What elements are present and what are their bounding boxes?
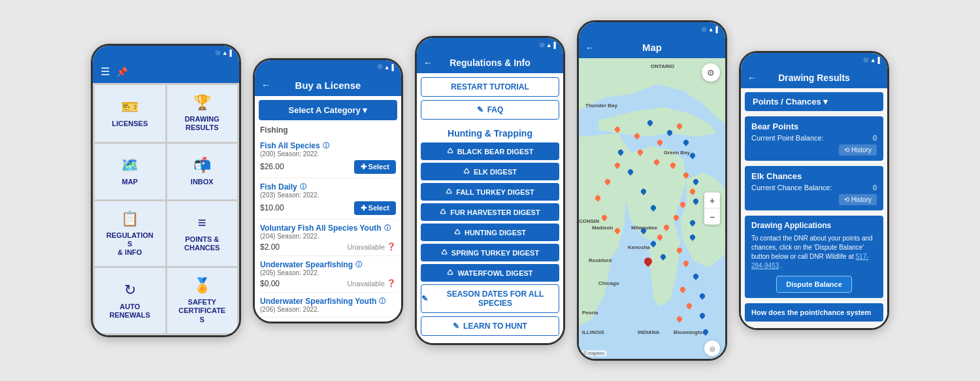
drawing-results-icon: 🏆	[193, 94, 211, 111]
drawing-results-label: DRAWINGRESULTS	[185, 115, 220, 132]
drawing-results-header: ← Drawing Results	[741, 67, 887, 88]
info-icon-2[interactable]: ⓘ	[384, 224, 391, 233]
fishing-section-label: Fishing	[259, 120, 397, 137]
phone-home: ⦾ ▲ ▌ ☰ 📌 🎫 LICENSES 🏆 DRAWINGRESULTS 🗺️…	[91, 44, 241, 337]
bear-points-title: Bear Points	[751, 122, 877, 131]
how-does-bar[interactable]: How does the point/chance system	[745, 303, 883, 322]
status-bar-3: ⦾ ▲ ▌	[417, 38, 563, 52]
back-button-5[interactable]: ←	[747, 73, 757, 83]
book-icon-0: ♺	[447, 147, 453, 156]
drawing-apps-text: To contact the DNR about your points and…	[751, 234, 877, 271]
battery-icon-2: ▌	[392, 64, 396, 71]
hamburger-icon[interactable]: ☰	[101, 65, 110, 78]
map-attribution: © mapbox	[581, 350, 606, 356]
map-view[interactable]: ONTARIO Green Bay Madison Milwaukee Keno…	[579, 58, 725, 359]
hunting-digest-button[interactable]: ♺ HUNTING DIGEST	[421, 224, 559, 241]
points-chances-dropdown[interactable]: Points / Chances ▾	[745, 92, 883, 111]
grid-item-drawing-results[interactable]: 🏆 DRAWINGRESULTS	[167, 85, 238, 141]
bear-history-button[interactable]: ⟲ History	[839, 144, 877, 156]
zoom-in-button[interactable]: +	[704, 193, 720, 208]
back-button-2[interactable]: ←	[261, 80, 270, 90]
home-header: ☰ 📌	[93, 60, 239, 83]
map-title: Map	[642, 42, 662, 53]
location-icon[interactable]: 📌	[116, 67, 127, 77]
wifi-icon: ⦾	[216, 50, 220, 57]
buy-license-title: Buy a License	[295, 80, 361, 91]
grid-item-regulations[interactable]: 📋 REGULATIONS& INFO	[95, 201, 165, 267]
select-category-button[interactable]: Select A Category ▾	[259, 100, 397, 120]
battery-icon: ▌	[230, 50, 234, 56]
regulations-header: ← Regulations & Info	[417, 52, 563, 73]
license-name-spearfishing: Underwater Spearfishing ⓘ	[260, 260, 396, 269]
battery-icon-5: ▌	[878, 57, 882, 63]
fall-turkey-digest-button[interactable]: ♺ FALL TURKEY DIGEST	[421, 183, 559, 201]
fur-harvester-digest-button[interactable]: ♺ FUR HARVESTER DIGEST	[421, 203, 559, 221]
learn-to-hunt-button[interactable]: ✎ LEARN TO HUNT	[421, 316, 559, 336]
license-season-0: (200) Season: 2022.	[260, 150, 396, 157]
drawing-results-title: Drawing Results	[778, 73, 850, 83]
bear-points-balance-row: Current Point Balance: 0	[751, 134, 877, 142]
spring-turkey-digest-button[interactable]: ♺ SPRING TURKEY DIGEST	[421, 244, 559, 261]
elk-history-button[interactable]: ⟲ History	[839, 194, 877, 205]
wifi-icon-3: ⦾	[540, 42, 544, 49]
license-price-0: $26.00	[260, 162, 284, 171]
license-name-voluntary: Voluntary Fish All Species Youth ⓘ	[260, 224, 396, 233]
regulations-title: Regulations & Info	[449, 58, 531, 68]
info-icon-3[interactable]: ⓘ	[355, 260, 362, 269]
home-grid: 🎫 LICENSES 🏆 DRAWINGRESULTS 🗺️ MAP 📬 INB…	[93, 83, 239, 335]
back-button-4[interactable]: ←	[585, 42, 595, 53]
dispute-balance-button[interactable]: Dispute Balance	[776, 276, 852, 293]
book-icon-5: ♺	[441, 248, 448, 257]
how-does-text: How does the point/chance system	[751, 308, 877, 316]
thunder-bay-label: Thunder Bay	[585, 103, 617, 108]
buy-license-header: ← Buy a License	[255, 75, 401, 96]
phone-buy-license: ⦾ ▲ ▌ ← Buy a License Select A Category …	[253, 58, 403, 323]
grid-item-map[interactable]: 🗺️ MAP	[95, 144, 165, 199]
hunting-trapping-title: Hunting & Trapping	[421, 123, 559, 142]
map-layers-button[interactable]: ◎	[704, 340, 720, 356]
book-icon-2: ♺	[446, 188, 452, 196]
book-icon-4: ♺	[454, 228, 461, 237]
grid-item-inbox[interactable]: 📬 INBOX	[167, 144, 238, 199]
signal-icon: ▲	[222, 50, 228, 56]
drawing-applications-card: Drawing Applications To contact the DNR …	[745, 216, 883, 298]
waterfowl-digest-button[interactable]: ♺ WATERFOWL DIGEST	[421, 264, 559, 282]
wifi-icon-2: ⦾	[378, 63, 382, 71]
phone-regulations: ⦾ ▲ ▌ ← Regulations & Info RESTART TUTOR…	[415, 36, 565, 345]
select-button-1[interactable]: ✚ Select	[354, 201, 396, 215]
elk-chances-card: Elk Chances Current Chance Balance: 0 ⟲ …	[745, 166, 883, 210]
info-icon-4[interactable]: ⓘ	[379, 297, 385, 306]
grid-item-points-chances[interactable]: ≡ POINTS &CHANCES	[167, 201, 238, 267]
elk-chances-title: Elk Chances	[751, 171, 877, 181]
info-icon-0[interactable]: ⓘ	[323, 141, 329, 150]
status-bar-2: ⦾ ▲ ▌	[255, 60, 401, 75]
regulations-icon: 📋	[121, 210, 139, 227]
phone-map: ⦾ ▲ ▌ ← Map	[577, 20, 727, 361]
grid-item-safety-certificates[interactable]: 🏅 SAFETYCERTIFICATES	[167, 268, 238, 333]
map-icon: 🗺️	[121, 157, 139, 174]
restart-tutorial-button[interactable]: RESTART TUTORIAL	[421, 77, 559, 97]
back-button-3[interactable]: ←	[423, 58, 433, 68]
grid-item-auto-renewals[interactable]: ↻ AUTORENEWALS	[95, 268, 165, 333]
kenosha-label: Kenosha	[628, 244, 650, 250]
select-button-0[interactable]: ✚ Select	[354, 160, 396, 174]
points-chances-icon: ≡	[198, 214, 206, 231]
book-icon-1: ♺	[463, 167, 470, 176]
license-item-fish-daily: Fish Daily ⓘ (203) Season: 2022. $10.00 …	[259, 178, 397, 220]
grid-item-licenses[interactable]: 🎫 LICENSES	[95, 85, 165, 141]
elk-digest-button[interactable]: ♺ ELK DIGEST	[421, 163, 559, 180]
faq-button[interactable]: ✎ FAQ	[421, 100, 559, 120]
season-dates-button[interactable]: ✎ SEASON DATES FOR ALL SPECIES	[421, 284, 559, 313]
consin-label: CONSIN	[579, 218, 599, 224]
signal-icon-3: ▲	[546, 42, 552, 48]
map-settings-button[interactable]: ⚙	[702, 63, 720, 82]
question-icon-2[interactable]: ❓	[387, 242, 396, 251]
question-icon-3[interactable]: ❓	[387, 279, 396, 288]
black-bear-digest-button[interactable]: ♺ BLACK BEAR DIGEST	[421, 142, 559, 160]
safety-certificates-label: SAFETYCERTIFICATES	[178, 298, 225, 324]
auto-renewals-icon: ↻	[124, 282, 136, 299]
ontario-label: ONTARIO	[651, 63, 674, 69]
info-icon-1[interactable]: ⓘ	[300, 182, 306, 191]
map-label: MAP	[122, 178, 138, 186]
zoom-out-button[interactable]: −	[704, 209, 720, 225]
